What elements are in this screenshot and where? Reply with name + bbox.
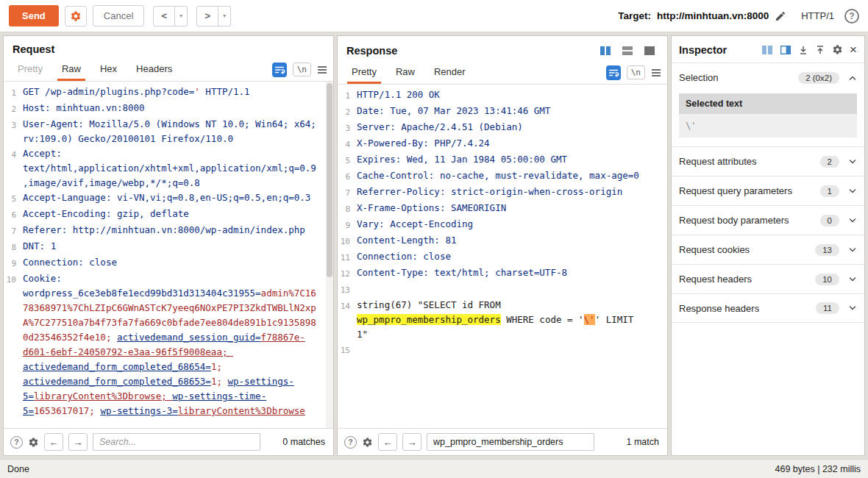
code-text[interactable]: Referrer-Policy: strict-origin-when-cros…	[357, 185, 667, 201]
code-text[interactable]: Cookie: wordpress_6ce3eb8fe1ecd99bd31d31…	[23, 271, 333, 418]
columns-layout-icon	[600, 46, 611, 56]
forward-button[interactable]: >	[196, 6, 218, 26]
code-text[interactable]: Connection: close	[23, 255, 333, 271]
code-text[interactable]: Server: Apache/2.4.51 (Debian)	[357, 120, 667, 136]
gear-icon	[70, 10, 82, 22]
status-text: Done	[7, 464, 29, 474]
code-text[interactable]	[357, 282, 667, 298]
request-search-input[interactable]	[93, 433, 260, 451]
editor-menu-button[interactable]	[317, 65, 327, 74]
code-line: 6Accept-Encoding: gzip, deflate	[4, 207, 333, 223]
chevron-down-icon: ▼	[179, 13, 184, 18]
code-text[interactable]: Content-Length: 81	[357, 233, 667, 249]
code-text[interactable]: Expires: Wed, 11 Jan 1984 05:00:00 GMT	[357, 152, 667, 168]
line-number: 5	[338, 152, 357, 168]
gear-icon	[832, 44, 843, 55]
search-prev-button[interactable]: ←	[44, 433, 63, 451]
inspector-settings-button[interactable]	[832, 44, 843, 55]
inspector-section-selection[interactable]: Selection 2 (0x2)	[672, 63, 864, 92]
code-text[interactable]	[357, 342, 667, 358]
request-tab-raw[interactable]: Raw	[52, 58, 90, 81]
code-text[interactable]: string(67) "SELECT id FROM wp_pmpro_memb…	[357, 298, 667, 342]
code-line: 9Connection: close	[4, 255, 333, 271]
edit-target-button[interactable]	[775, 10, 786, 22]
code-text[interactable]: Referer: http://minhtuan.vn:8000/wp-admi…	[23, 223, 333, 239]
code-text[interactable]: Accept-Encoding: gzip, deflate	[23, 207, 333, 223]
section-label: Request body parameters	[679, 215, 820, 226]
back-dropdown-button[interactable]: ▼	[175, 6, 188, 26]
response-search-input[interactable]	[427, 433, 594, 451]
chevron-down-icon	[848, 157, 857, 166]
code-line: 5Accept-Language: vi-VN,vi;q=0.8,en-US;q…	[4, 190, 333, 207]
back-button[interactable]: <	[153, 6, 175, 26]
response-editor[interactable]: 1HTTP/1.1 200 OK2Date: Tue, 07 Mar 2023 …	[338, 85, 667, 428]
search-prev-button[interactable]: ←	[378, 433, 397, 451]
inspector-section-request-cookies[interactable]: Request cookies13	[672, 235, 864, 264]
line-number: 1	[4, 85, 23, 101]
collapse-all-button[interactable]	[798, 45, 808, 55]
response-tab-render[interactable]: Render	[424, 61, 475, 84]
code-text[interactable]: GET /wp-admin/plugins.php?code=' HTTP/1.…	[23, 85, 333, 101]
cancel-button[interactable]: Cancel	[93, 5, 144, 26]
view-columns-button[interactable]	[596, 43, 614, 58]
forward-dropdown-button[interactable]: ▼	[218, 6, 231, 26]
search-help-icon[interactable]: ?	[10, 436, 23, 449]
search-settings-button[interactable]	[28, 437, 39, 448]
inspector-section-request-attributes[interactable]: Request attributes2	[672, 146, 864, 176]
inspector-layout-left-button[interactable]	[761, 45, 773, 55]
scrollbar-thumb[interactable]	[327, 83, 332, 277]
response-tab-raw[interactable]: Raw	[386, 61, 424, 84]
inspector-section-request-body-parameters[interactable]: Request body parameters0	[672, 205, 864, 235]
editor-menu-button[interactable]	[651, 68, 661, 77]
code-text[interactable]: Date: Tue, 07 Mar 2023 13:41:46 GMT	[357, 104, 667, 120]
code-text[interactable]: User-Agent: Mozilla/5.0 (Windows NT 10.0…	[23, 117, 333, 146]
show-newlines-button[interactable]: \n	[627, 65, 645, 79]
inspector-layout-right-button[interactable]	[780, 45, 791, 55]
code-line: 9Vary: Accept-Encoding	[338, 217, 667, 233]
line-number: 3	[4, 117, 23, 146]
code-line: 13	[338, 282, 667, 298]
show-newlines-button[interactable]: \n	[293, 63, 311, 76]
inspector-section-response-headers[interactable]: Response headers11	[672, 293, 864, 323]
code-text[interactable]: X-Frame-Options: SAMEORIGIN	[357, 201, 667, 217]
section-label: Request attributes	[679, 156, 820, 167]
inspector-section-request-query-parameters[interactable]: Request query parameters1	[672, 176, 864, 205]
line-number: 8	[338, 201, 357, 217]
request-editor[interactable]: 1GET /wp-admin/plugins.php?code=' HTTP/1…	[4, 82, 333, 428]
code-line: 2Date: Tue, 07 Mar 2023 13:41:46 GMT	[338, 104, 667, 120]
send-button[interactable]: Send	[9, 5, 59, 26]
code-text[interactable]: Accept-Language: vi-VN,vi;q=0.8,en-US;q=…	[23, 190, 333, 207]
request-scrollbar[interactable]	[326, 82, 333, 428]
selected-text-value[interactable]: \'	[679, 114, 857, 138]
code-text[interactable]: Host: minhtuan.vn:8000	[23, 101, 333, 117]
word-wrap-toggle-button[interactable]	[606, 65, 621, 80]
search-next-button[interactable]: →	[68, 433, 88, 451]
request-tab-pretty[interactable]: Pretty	[8, 58, 52, 81]
word-wrap-toggle-button[interactable]	[272, 63, 287, 77]
code-text[interactable]: X-Powered-By: PHP/7.4.24	[357, 136, 667, 152]
http-version-selector[interactable]: HTTP/1	[801, 10, 834, 21]
inspector-section-request-headers[interactable]: Request headers10	[672, 264, 864, 293]
inspector-close-button[interactable]: ×	[850, 43, 857, 56]
search-settings-button[interactable]	[362, 437, 373, 448]
search-next-button[interactable]: →	[402, 433, 421, 451]
code-text[interactable]: Content-Type: text/html; charset=UTF-8	[357, 265, 667, 282]
pencil-icon	[775, 10, 786, 22]
main-area: Request PrettyRawHexHeaders \n 1GET /wp-…	[0, 32, 868, 459]
expand-all-button[interactable]	[815, 45, 825, 55]
response-tab-pretty[interactable]: Pretty	[342, 61, 386, 84]
code-text[interactable]: HTTP/1.1 200 OK	[357, 88, 667, 104]
code-text[interactable]: DNT: 1	[23, 239, 333, 255]
line-number: 5	[4, 190, 23, 207]
code-text[interactable]: Connection: close	[357, 249, 667, 265]
request-tab-hex[interactable]: Hex	[90, 58, 127, 81]
code-text[interactable]: Vary: Accept-Encoding	[357, 217, 667, 233]
request-settings-button[interactable]	[65, 6, 87, 26]
search-help-icon[interactable]: ?	[344, 436, 357, 449]
view-single-button[interactable]	[640, 43, 658, 58]
code-text[interactable]: Cache-Control: no-cache, must-revalidate…	[357, 168, 667, 185]
request-tab-headers[interactable]: Headers	[127, 58, 182, 81]
help-icon[interactable]: ?	[844, 9, 859, 24]
code-text[interactable]: Accept: text/html,application/xhtml+xml,…	[23, 146, 333, 190]
view-rows-button[interactable]	[618, 43, 636, 58]
